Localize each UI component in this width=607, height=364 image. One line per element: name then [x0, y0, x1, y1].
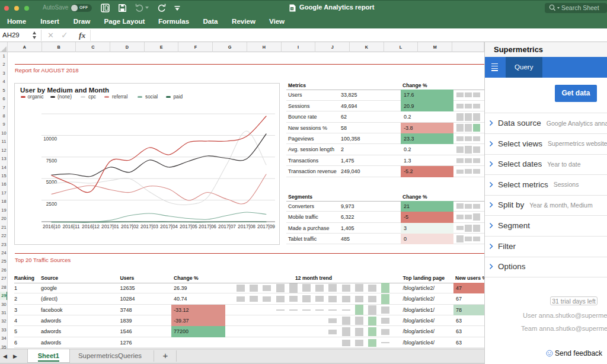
svg-text:2017|01: 2017|01 — [101, 223, 119, 229]
svg-text:2500: 2500 — [46, 202, 57, 207]
svg-text:2017|05: 2017|05 — [180, 223, 197, 229]
svg-text:2016|11: 2016|11 — [62, 223, 80, 229]
svg-text:2017|03: 2017|03 — [140, 223, 158, 229]
svg-text:7500: 7500 — [46, 158, 57, 164]
svg-text:2017|06: 2017|06 — [199, 223, 216, 229]
svg-text:2017|04: 2017|04 — [160, 223, 178, 229]
svg-text:2016|12: 2016|12 — [82, 223, 100, 229]
svg-text:5000: 5000 — [46, 180, 57, 185]
svg-text:2016|10: 2016|10 — [43, 223, 60, 229]
svg-text:2017|02: 2017|02 — [121, 223, 139, 229]
svg-text:2017|09: 2017|09 — [257, 223, 275, 229]
svg-text:2017|08: 2017|08 — [238, 223, 255, 229]
svg-text:10000: 10000 — [43, 136, 57, 142]
svg-text:x: x — [291, 7, 293, 10]
svg-text:2017|07: 2017|07 — [218, 223, 236, 229]
